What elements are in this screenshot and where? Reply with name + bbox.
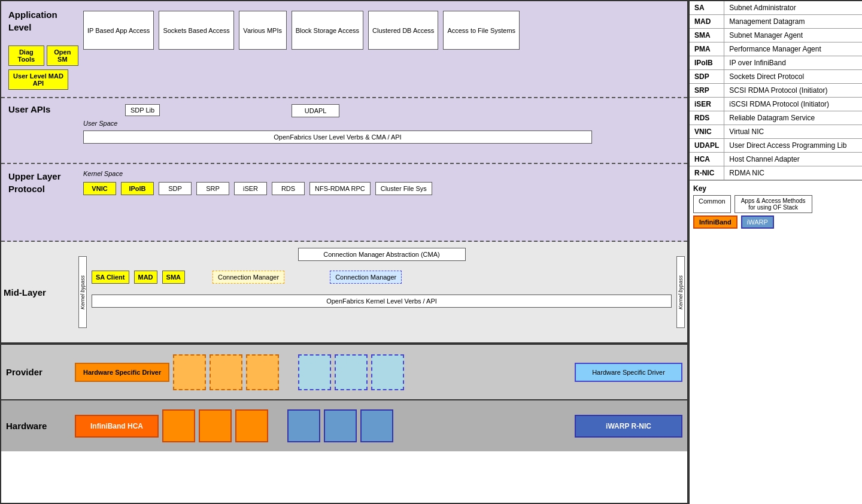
application-level-section: Application Level Diag Tools Open SM Use… — [1, 1, 687, 98]
legend-full-pma: Performance Manager Agent — [724, 42, 862, 56]
hw-small-orange-3 — [235, 409, 268, 442]
legend-full-sma: Subnet Manager Agent — [724, 29, 862, 42]
legend-abbr-srp: SRP — [690, 84, 724, 98]
hw-small-blue-2 — [324, 409, 357, 442]
various-mpis-box: Various MPIs — [239, 11, 287, 50]
of-kernel-bar: OpenFabrics Kernel Level Verbs / API — [92, 294, 672, 308]
ip-based-app-box: IP Based App Access — [83, 11, 154, 50]
nfs-rdma-box: NFS-RDMA RPC — [309, 182, 371, 195]
legend-full-srp: SCSI RDMA Protocol (Initiator) — [724, 84, 862, 98]
conn-mgr-blue-box: Connection Manager — [330, 271, 402, 284]
sdp-lib-box: SDP Lib — [125, 104, 160, 116]
legend-abbr-sdp: SDP — [690, 70, 724, 84]
sma-box: SMA — [162, 271, 185, 284]
hw-small-blue-3 — [360, 409, 393, 442]
user-apis-section: User APIs SDP Lib UDAPL User Space OpenF… — [1, 98, 687, 164]
iwarp-rnic-box: iWARP R-NIC — [575, 415, 682, 438]
legend-row-srp: SRP SCSI RDMA Protocol (Initiator) — [690, 84, 862, 98]
key-boxes-2: InfiniBand iWARP — [693, 215, 858, 229]
legend-row-sma: SMA Subnet Manager Agent — [690, 29, 862, 42]
hw-driver-orange-box: Hardware Specific Driver — [75, 363, 169, 382]
key-boxes: Common Apps & Access Methods for using O… — [693, 195, 858, 213]
legend-panel: SA Subnet Administrator MAD Management D… — [688, 0, 862, 504]
legend-row-rnic: R-NIC RDMA NIC — [690, 166, 862, 180]
legend-row-mad: MAD Management Datagram — [690, 15, 862, 29]
legend-abbr-mad: MAD — [690, 15, 724, 29]
legend-row-vnic: VNIC Virtual NIC — [690, 125, 862, 139]
legend-row-rds: RDS Reliable Datagram Service — [690, 111, 862, 125]
legend-full-mad: Management Datagram — [724, 15, 862, 29]
legend-abbr-pma: PMA — [690, 42, 724, 56]
legend-abbr-vnic: VNIC — [690, 125, 724, 139]
iser-proto-box: iSER — [234, 182, 267, 195]
user-space-label: User Space — [83, 120, 117, 127]
upper-layer-title: Upper Layer Protocol — [8, 170, 78, 195]
srp-proto-box: SRP — [196, 182, 229, 195]
kernel-bypass-right-label: Kernel bypass — [676, 256, 685, 328]
legend-abbr-hca: HCA — [690, 153, 724, 166]
application-level-title: Application Level — [8, 8, 78, 34]
legend-abbr-rds: RDS — [690, 111, 724, 125]
conn-mgr-yellow-box: Connection Manager — [213, 271, 284, 284]
legend-full-ipoib: IP over InfiniBand — [724, 56, 862, 70]
cluster-file-sys-box: Cluster File Sys — [375, 182, 432, 195]
clustered-db-box: Clustered DB Access — [368, 11, 438, 50]
infiniband-hca-box: InfiniBand HCA — [75, 415, 159, 438]
provider-small-blue-2 — [335, 354, 368, 390]
mad-box: MAD — [134, 271, 157, 284]
main-diagram: Application Level Diag Tools Open SM Use… — [0, 0, 688, 504]
ipoib-box: IPoIB — [121, 182, 154, 195]
legend-abbr-udapl: UDAPL — [690, 139, 724, 153]
open-sm-box: Open SM — [47, 45, 78, 66]
sockets-based-box: Sockets Based Access — [159, 11, 233, 50]
key-title: Key — [693, 184, 858, 193]
provider-small-blue-1 — [298, 354, 331, 390]
key-section: Key Common Apps & Access Methods for usi… — [690, 180, 862, 232]
provider-title: Provider — [6, 367, 75, 377]
legend-row-udapl: UDAPL User Direct Access Programming Lib — [690, 139, 862, 153]
upper-layer-section: Upper Layer Protocol Kernel Space VNIC I… — [1, 164, 687, 242]
key-common-box: Common — [693, 195, 731, 213]
sdp-proto-box: SDP — [159, 182, 192, 195]
hardware-boxes: InfiniBand HCA iWARP R-NIC — [75, 409, 682, 442]
provider-boxes: Hardware Specific Driver Hardware Specif… — [75, 354, 682, 390]
legend-full-sdp: Sockets Direct Protocol — [724, 70, 862, 84]
user-apis-title: User APIs — [8, 104, 78, 114]
hw-small-orange-1 — [162, 409, 195, 442]
legend-abbr-sa: SA — [690, 1, 724, 15]
rds-proto-box: RDS — [272, 182, 305, 195]
legend-full-udapl: User Direct Access Programming Lib — [724, 139, 862, 153]
legend-full-vnic: Virtual NIC — [724, 125, 862, 139]
openfabrics-user-bar: OpenFabrics User Level Verbs & CMA / API — [83, 130, 592, 144]
cma-box: Connection Manager Abstraction (CMA) — [298, 248, 466, 261]
hw-small-orange-2 — [199, 409, 232, 442]
legend-full-sa: Subnet Administrator — [724, 1, 862, 15]
provider-section: Provider Hardware Specific Driver Hardwa… — [1, 344, 687, 400]
legend-row-hca: HCA Host Channel Adapter — [690, 153, 862, 166]
access-file-systems-box: Access to File Systems — [443, 11, 520, 50]
hw-driver-blue-box: Hardware Specific Driver — [575, 363, 682, 382]
kernel-space-label: Kernel Space — [83, 170, 680, 177]
hardware-section: Hardware InfiniBand HCA iWARP R-NIC — [1, 400, 687, 451]
legend-abbr-ipoib: IPoIB — [690, 56, 724, 70]
udapl-box: UDAPL — [292, 104, 339, 117]
diag-tools-box: Diag Tools — [8, 45, 44, 66]
hardware-title: Hardware — [6, 421, 75, 431]
block-storage-box: Block Storage Access — [292, 11, 363, 50]
provider-small-orange-2 — [210, 354, 242, 390]
legend-full-rds: Reliable Datagram Service — [724, 111, 862, 125]
provider-small-orange-3 — [246, 354, 279, 390]
key-infiniband-box: InfiniBand — [693, 215, 737, 229]
legend-row-ipoib: IPoIB IP over InfiniBand — [690, 56, 862, 70]
vnic-box: VNIC — [83, 182, 116, 195]
hw-small-blue-1 — [287, 409, 320, 442]
legend-full-rnic: RDMA NIC — [724, 166, 862, 180]
legend-abbr-rnic: R-NIC — [690, 166, 724, 180]
user-level-mad-box: User Level MAD API — [8, 69, 68, 90]
legend-row-pma: PMA Performance Manager Agent — [690, 42, 862, 56]
provider-small-blue-3 — [371, 354, 404, 390]
kernel-bypass-left-label: Kernel bypass — [78, 256, 87, 328]
provider-small-orange-1 — [173, 354, 206, 390]
key-iwarp-box: iWARP — [741, 215, 774, 229]
sa-client-box: SA Client — [92, 271, 129, 284]
